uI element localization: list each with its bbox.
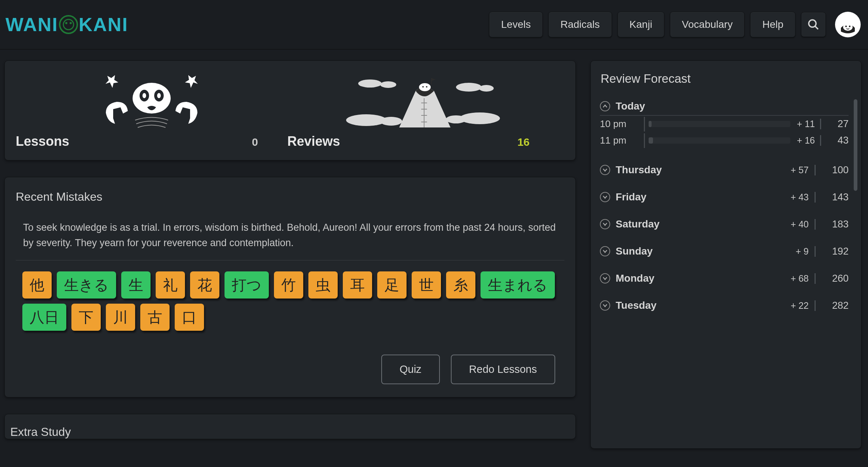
forecast-day-name: Saturday [616, 218, 785, 230]
quiz-button[interactable]: Quiz [381, 355, 440, 384]
forecast-hour-bar-fill [649, 137, 653, 144]
svg-point-23 [419, 83, 431, 91]
forecast-hour-bar [649, 137, 790, 144]
mistake-tiles: 他生きる生礼花打つ竹虫耳足世糸生まれる八日下川古口 [16, 271, 564, 331]
lessons-illustration [16, 70, 288, 134]
mistake-tile[interactable]: 生 [121, 271, 151, 299]
forecast-day-total: 260 [821, 273, 849, 284]
mistake-tile[interactable]: 糸 [446, 271, 475, 299]
chevron-down-icon[interactable] [600, 192, 610, 202]
svg-point-2 [65, 22, 67, 24]
reviews-illustration [288, 70, 559, 134]
forecast-day-name: Friday [616, 191, 785, 203]
mistake-tile[interactable]: 八日 [22, 304, 66, 331]
user-avatar[interactable] [835, 12, 861, 37]
forecast-day-plus: + 57 [791, 165, 816, 175]
forecast-day-total: 143 [821, 192, 849, 203]
logo-text-right: KANI [79, 14, 128, 36]
forecast-day-header[interactable]: Friday+ 43 143 [600, 191, 849, 203]
svg-point-16 [380, 81, 396, 88]
nav-links: Levels Radicals Kanji Vocabulary Help [489, 12, 861, 37]
forecast-day-header[interactable]: Today [600, 100, 849, 116]
mistake-tile[interactable]: 世 [412, 271, 441, 299]
nav-kanji[interactable]: Kanji [617, 12, 664, 37]
review-forecast-card: Review Forecast Today 10 pm + 11 27 11 p… [590, 60, 861, 449]
logo[interactable]: WANI KANI [5, 14, 128, 36]
chevron-down-icon[interactable] [600, 273, 610, 283]
forecast-day-total: 100 [821, 164, 849, 176]
mistake-tile[interactable]: 口 [175, 304, 204, 331]
svg-line-5 [815, 26, 818, 29]
mistake-tile[interactable]: 虫 [308, 271, 338, 299]
chevron-down-icon[interactable] [600, 300, 610, 311]
svg-point-25 [426, 86, 427, 88]
reviews-section[interactable]: Reviews 16 [288, 70, 559, 149]
forecast-hour-row: 11 pm + 16 43 [600, 132, 849, 149]
search-button[interactable] [801, 12, 826, 37]
forecast-body: Today 10 pm + 11 27 11 pm + 16 43 Thursd… [600, 100, 856, 441]
chevron-down-icon[interactable] [600, 246, 610, 256]
lessons-count: 0 [252, 136, 258, 148]
forecast-day-plus: + 22 [791, 300, 816, 311]
forecast-day-header[interactable]: Tuesday+ 22 282 [600, 300, 849, 311]
recent-mistakes-title: Recent Mistakes [16, 190, 564, 204]
avatar-icon [837, 14, 858, 35]
forecast-day-header[interactable]: Sunday+ 9 192 [600, 245, 849, 257]
svg-point-24 [422, 86, 424, 88]
forecast-day-name: Sunday [616, 245, 790, 257]
nav-radicals[interactable]: Radicals [548, 12, 612, 37]
forecast-day: Saturday+ 40 183 [600, 218, 849, 230]
mistake-tile[interactable]: 花 [190, 271, 219, 299]
forecast-day-plus: + 43 [791, 192, 816, 203]
chevron-up-icon[interactable] [600, 101, 610, 111]
review-forecast-title: Review Forecast [600, 72, 856, 86]
reviews-count: 16 [518, 136, 530, 148]
forecast-day-plus: + 40 [791, 219, 816, 230]
mistake-tile[interactable]: 礼 [156, 271, 185, 299]
mistake-tile[interactable]: 下 [71, 304, 101, 331]
svg-point-17 [456, 83, 482, 92]
mistake-tile[interactable]: 川 [106, 304, 135, 331]
search-icon [807, 18, 820, 31]
svg-point-8 [845, 26, 847, 27]
svg-point-22 [446, 115, 466, 123]
nav-vocabulary[interactable]: Vocabulary [670, 12, 745, 37]
forecast-day: Monday+ 68 260 [600, 273, 849, 284]
forecast-day: Friday+ 43 143 [600, 191, 849, 203]
recent-mistakes-card: Recent Mistakes To seek knowledge is as … [4, 177, 576, 397]
svg-point-20 [380, 117, 402, 126]
forecast-day: Thursday+ 57 100 [600, 164, 849, 176]
forecast-day-total: 183 [821, 219, 849, 230]
forecast-day-name: Tuesday [616, 300, 785, 311]
mistake-tile[interactable]: 古 [140, 304, 170, 331]
nav-levels[interactable]: Levels [489, 12, 543, 37]
forecast-day-header[interactable]: Saturday+ 40 183 [600, 218, 849, 230]
lessons-section[interactable]: Lessons 0 [16, 70, 288, 149]
mistake-tile[interactable]: 耳 [343, 271, 372, 299]
chevron-down-icon[interactable] [600, 165, 610, 175]
top-nav: WANI KANI Levels Radicals Kanji Vocabula… [0, 0, 868, 49]
forecast-day-plus: + 68 [791, 273, 816, 284]
mistake-tile[interactable]: 竹 [274, 271, 303, 299]
mistake-tile[interactable]: 打つ [225, 271, 269, 299]
svg-point-14 [157, 93, 161, 98]
svg-point-4 [809, 20, 816, 27]
svg-point-18 [479, 85, 494, 92]
mistake-tile[interactable]: 他 [22, 271, 52, 299]
forecast-day: Today 10 pm + 11 27 11 pm + 16 43 [600, 100, 849, 149]
mistake-tile[interactable]: 生まれる [481, 271, 555, 299]
mistake-tile[interactable]: 足 [377, 271, 407, 299]
forecast-scrollbar[interactable] [854, 99, 857, 191]
divider [644, 117, 645, 131]
svg-point-15 [358, 79, 382, 88]
redo-lessons-button[interactable]: Redo Lessons [451, 355, 555, 384]
forecast-hour-row: 10 pm + 11 27 [600, 116, 849, 132]
forecast-day-header[interactable]: Thursday+ 57 100 [600, 164, 849, 176]
chevron-down-icon[interactable] [600, 219, 610, 229]
extra-study-title: Extra Study [10, 425, 564, 439]
nav-help[interactable]: Help [750, 12, 795, 37]
recent-mistakes-description: To seek knowledge is as a trial. In erro… [16, 220, 564, 260]
mistake-tile[interactable]: 生きる [57, 271, 116, 299]
forecast-day-name: Thursday [616, 164, 785, 176]
forecast-day-header[interactable]: Monday+ 68 260 [600, 273, 849, 284]
